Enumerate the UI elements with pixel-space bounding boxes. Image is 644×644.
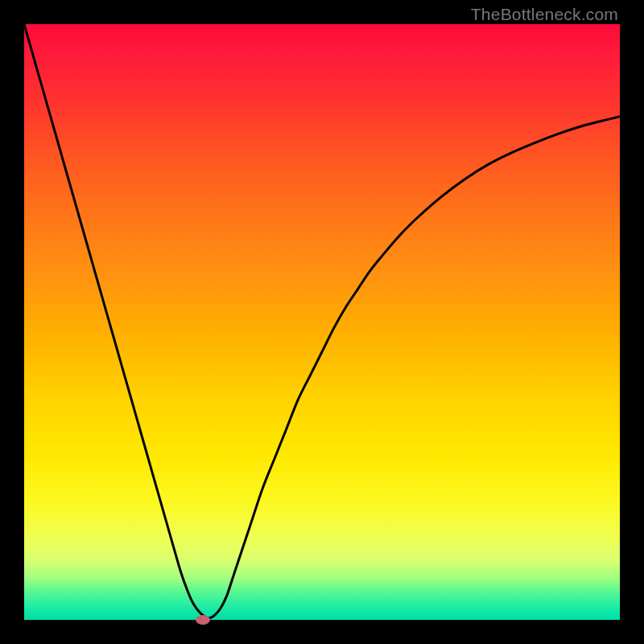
chart-container: TheBottleneck.com <box>0 0 644 644</box>
bottleneck-curve <box>24 24 620 618</box>
attribution-text: TheBottleneck.com <box>471 5 618 24</box>
optimum-marker <box>196 615 210 625</box>
curve-layer <box>24 24 620 620</box>
